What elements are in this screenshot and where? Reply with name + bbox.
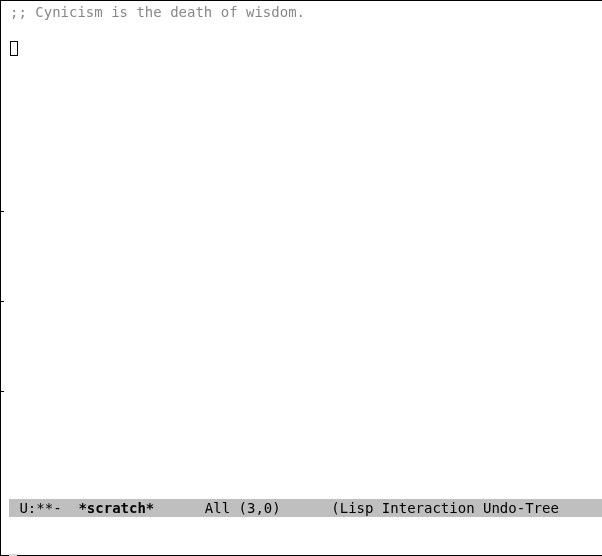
main-buffer[interactable]: ;; Cynicism is the death of wisdom. xyxy=(10,3,602,497)
modeline-status: U:**- xyxy=(11,500,78,516)
modeline-position-modes: All (3,0) (Lisp Interaction Undo-Tree xyxy=(154,500,559,516)
left-fringe xyxy=(1,1,9,555)
modeline-buffer-name: *scratch* xyxy=(78,500,154,516)
mode-line[interactable]: U:**- *scratch* All (3,0) (Lisp Interact… xyxy=(9,499,602,517)
buffer-cursor xyxy=(10,41,18,56)
emacs-frame: ;; Cynicism is the death of wisdom. U:**… xyxy=(0,0,602,556)
minibuffer-area[interactable]: forum-account Password entry: forum-acco… xyxy=(9,517,602,555)
comment-text: ;; Cynicism is the death of wisdom. xyxy=(10,4,305,20)
